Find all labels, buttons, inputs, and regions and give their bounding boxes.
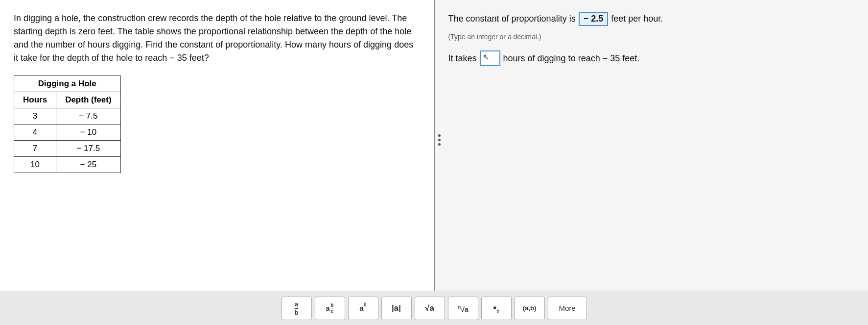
hours-cell: 4	[14, 125, 56, 141]
math-toolbar: a b a b c ab |a| √a n√a •, (a,b)	[0, 291, 868, 325]
table-row: 4 − 10	[14, 125, 121, 141]
left-panel: In digging a hole, the construction crew…	[0, 0, 435, 291]
divider-handle[interactable]	[438, 134, 441, 146]
hours-cell: 3	[14, 108, 56, 125]
mixed-fraction-icon: a b c	[326, 302, 334, 314]
data-table: Digging a Hole Hours Depth (feet) 3 − 7.…	[14, 75, 121, 173]
depth-cell: − 25	[56, 157, 120, 173]
absolute-value-icon: |a|	[392, 303, 401, 313]
fraction-icon: a b	[295, 301, 299, 316]
hours-cell: 10	[14, 157, 56, 173]
second-line: It takes ↖ hours of digging to reach − 3…	[448, 50, 855, 66]
ordered-pair-icon: (a,b)	[523, 304, 536, 312]
table-row: 7 − 17.5	[14, 141, 121, 157]
table-row: 3 − 7.5	[14, 108, 121, 125]
hours-cell: 7	[14, 141, 56, 157]
absolute-value-button[interactable]: |a|	[381, 297, 412, 320]
fraction-button[interactable]: a b	[282, 297, 312, 320]
hint-text: (Type an integer or a decimal.)	[448, 33, 855, 41]
exponent-button[interactable]: ab	[348, 297, 378, 320]
nth-root-icon: n√a	[457, 303, 469, 313]
right-panel: The constant of proportionality is − 2.5…	[435, 0, 868, 291]
col2-header: Depth (feet)	[56, 92, 120, 108]
second-line-post: hours of digging to reach − 35 feet.	[503, 53, 640, 64]
second-line-pre: It takes	[448, 53, 477, 64]
ordered-pair-button[interactable]: (a,b)	[515, 297, 545, 320]
depth-cell: − 17.5	[56, 141, 120, 157]
decimal-icon: •,	[493, 302, 499, 314]
more-button[interactable]: More	[548, 297, 587, 320]
table-row: 10 − 25	[14, 157, 121, 173]
constant-line: The constant of proportionality is − 2.5…	[448, 12, 855, 26]
depth-cell: − 7.5	[56, 108, 120, 125]
problem-text: In digging a hole, the construction crew…	[14, 12, 420, 65]
depth-cell: − 10	[56, 125, 120, 141]
square-root-button[interactable]: √a	[415, 297, 445, 320]
constant-label-post: feet per hour.	[611, 14, 663, 24]
constant-value: − 2.5	[579, 12, 609, 26]
cursor-icon: ↖	[483, 52, 489, 62]
col1-header: Hours	[14, 92, 56, 108]
nth-root-button[interactable]: n√a	[448, 297, 478, 320]
table-title: Digging a Hole	[14, 76, 121, 92]
more-label: More	[559, 304, 575, 312]
square-root-icon: √a	[425, 303, 434, 313]
constant-label-pre: The constant of proportionality is	[448, 14, 576, 24]
mixed-fraction-button[interactable]: a b c	[315, 297, 345, 320]
decimal-button[interactable]: •,	[481, 297, 512, 320]
hours-input[interactable]: ↖	[480, 50, 500, 66]
exponent-icon: ab	[359, 304, 366, 312]
